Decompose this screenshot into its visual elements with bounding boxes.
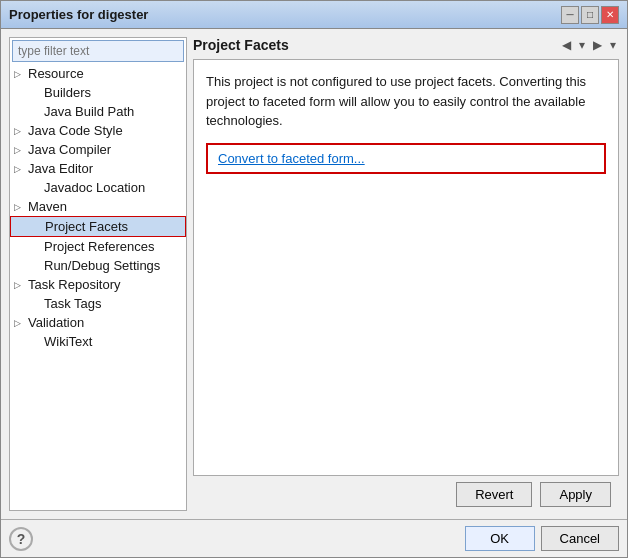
title-bar: Properties for digester ─ □ ✕ <box>1 1 627 29</box>
sidebar-item-label: Resource <box>28 66 84 81</box>
close-button[interactable]: ✕ <box>601 6 619 24</box>
no-arrow-icon <box>30 242 42 252</box>
sidebar-item-java-compiler[interactable]: ▷ Java Compiler <box>10 140 186 159</box>
revert-button[interactable]: Revert <box>456 482 532 507</box>
bottom-bar: Revert Apply <box>193 476 619 511</box>
sidebar-item-task-tags[interactable]: Task Tags <box>10 294 186 313</box>
no-arrow-icon <box>30 88 42 98</box>
panel-body: This project is not configured to use pr… <box>193 59 619 476</box>
filter-input[interactable] <box>12 40 184 62</box>
apply-button[interactable]: Apply <box>540 482 611 507</box>
help-button[interactable]: ? <box>9 527 33 551</box>
sidebar-item-label: Java Code Style <box>28 123 123 138</box>
expand-arrow-icon: ▷ <box>14 318 26 328</box>
expand-arrow-icon: ▷ <box>14 126 26 136</box>
no-arrow-icon <box>30 261 42 271</box>
right-panel: Project Facets ◀ ▾ ▶ ▾ This project is n… <box>193 37 619 511</box>
main-content: ▷ Resource Builders Java Build Path ▷ Ja… <box>1 29 627 519</box>
footer-buttons: OK Cancel <box>465 526 619 551</box>
nav-forward-button[interactable]: ▶ <box>590 37 605 53</box>
panel-title: Project Facets <box>193 37 289 53</box>
sidebar-item-label: Validation <box>28 315 84 330</box>
nav-dropdown-button[interactable]: ▾ <box>576 37 588 53</box>
sidebar-item-task-repository[interactable]: ▷ Task Repository <box>10 275 186 294</box>
sidebar-item-resource[interactable]: ▷ Resource <box>10 64 186 83</box>
sidebar-item-label: Java Compiler <box>28 142 111 157</box>
expand-arrow-icon: ▷ <box>14 202 26 212</box>
sidebar-item-label: Run/Debug Settings <box>44 258 160 273</box>
expand-arrow-icon: ▷ <box>14 69 26 79</box>
sidebar-item-javadoc-location[interactable]: Javadoc Location <box>10 178 186 197</box>
sidebar-item-label: Builders <box>44 85 91 100</box>
no-arrow-icon <box>31 222 43 232</box>
expand-arrow-icon: ▷ <box>14 145 26 155</box>
cancel-button[interactable]: Cancel <box>541 526 619 551</box>
restore-button[interactable]: □ <box>581 6 599 24</box>
ok-button[interactable]: OK <box>465 526 535 551</box>
sidebar-item-project-facets[interactable]: Project Facets <box>10 216 186 237</box>
panel-description: This project is not configured to use pr… <box>206 72 606 131</box>
no-arrow-icon <box>30 337 42 347</box>
sidebar-item-maven[interactable]: ▷ Maven <box>10 197 186 216</box>
expand-arrow-icon: ▷ <box>14 280 26 290</box>
sidebar-item-validation[interactable]: ▷ Validation <box>10 313 186 332</box>
convert-link[interactable]: Convert to faceted form... <box>218 151 365 166</box>
sidebar: ▷ Resource Builders Java Build Path ▷ Ja… <box>9 37 187 511</box>
sidebar-item-label: Task Tags <box>44 296 102 311</box>
sidebar-item-java-build-path[interactable]: Java Build Path <box>10 102 186 121</box>
properties-window: Properties for digester ─ □ ✕ ▷ Resource… <box>0 0 628 558</box>
no-arrow-icon <box>30 299 42 309</box>
sidebar-item-label: Maven <box>28 199 67 214</box>
convert-link-container: Convert to faceted form... <box>206 143 606 174</box>
sidebar-items: ▷ Resource Builders Java Build Path ▷ Ja… <box>10 64 186 510</box>
expand-arrow-icon: ▷ <box>14 164 26 174</box>
sidebar-item-label: Java Editor <box>28 161 93 176</box>
no-arrow-icon <box>30 183 42 193</box>
title-bar-controls: ─ □ ✕ <box>561 6 619 24</box>
minimize-button[interactable]: ─ <box>561 6 579 24</box>
nav-forward-dropdown-button[interactable]: ▾ <box>607 37 619 53</box>
sidebar-item-label: Project References <box>44 239 155 254</box>
sidebar-item-label: Project Facets <box>45 219 128 234</box>
footer-bar: ? OK Cancel <box>1 519 627 557</box>
nav-buttons: ◀ ▾ ▶ ▾ <box>559 37 619 53</box>
sidebar-item-wikitext[interactable]: WikiText <box>10 332 186 351</box>
panel-header: Project Facets ◀ ▾ ▶ ▾ <box>193 37 619 53</box>
window-title: Properties for digester <box>9 7 148 22</box>
sidebar-item-java-code-style[interactable]: ▷ Java Code Style <box>10 121 186 140</box>
sidebar-item-java-editor[interactable]: ▷ Java Editor <box>10 159 186 178</box>
sidebar-item-project-references[interactable]: Project References <box>10 237 186 256</box>
sidebar-item-label: Task Repository <box>28 277 120 292</box>
sidebar-item-label: Javadoc Location <box>44 180 145 195</box>
sidebar-item-builders[interactable]: Builders <box>10 83 186 102</box>
nav-back-button[interactable]: ◀ <box>559 37 574 53</box>
no-arrow-icon <box>30 107 42 117</box>
sidebar-item-run-debug-settings[interactable]: Run/Debug Settings <box>10 256 186 275</box>
sidebar-item-label: Java Build Path <box>44 104 134 119</box>
sidebar-item-label: WikiText <box>44 334 92 349</box>
